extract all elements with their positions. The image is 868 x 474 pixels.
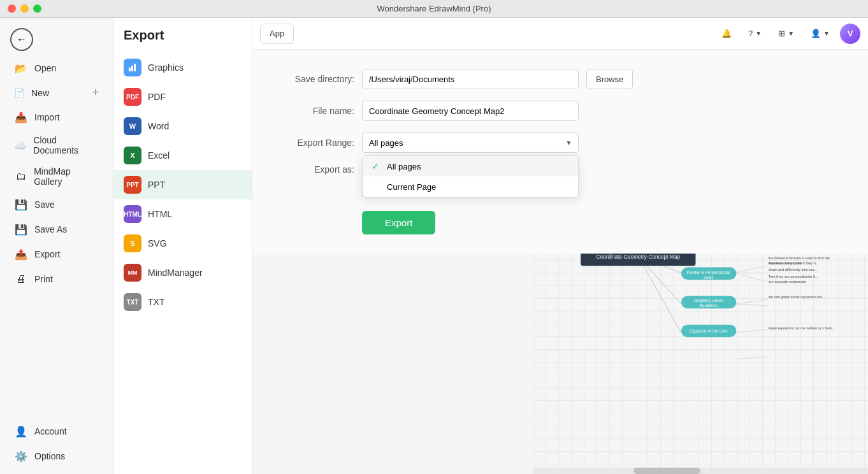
grid-chevron: ▼: [788, 30, 794, 37]
user-chevron: ▼: [823, 30, 830, 37]
svg-line-9: [638, 256, 681, 333]
svg-text:are opposite reciprocals: are opposite reciprocals: [769, 280, 807, 284]
export-label-mindmanager: MindManager: [148, 268, 203, 278]
window-controls: [8, 4, 41, 13]
browse-button[interactable]: Browse: [586, 69, 633, 89]
svg-text:Equation of the Line: Equation of the Line: [690, 329, 728, 334]
avatar: V: [840, 24, 860, 44]
export-range-dropdown[interactable]: All pages ▼ ✓ All pages ✓ Current Page: [362, 133, 579, 153]
export-range-popup: ✓ All pages ✓ Current Page: [362, 155, 579, 198]
sidebar-item-print[interactable]: 🖨 Print: [4, 267, 109, 291]
sidebar-item-import[interactable]: 📥 Import: [4, 105, 109, 129]
sidebar-label-cloud: Cloud Documents: [33, 135, 99, 155]
export-item-word[interactable]: W Word: [113, 111, 252, 141]
file-name-row: File name:: [278, 101, 843, 121]
sidebar-item-options[interactable]: ⚙️ Options: [4, 444, 109, 468]
export-item-html[interactable]: HTML HTML: [113, 199, 252, 229]
back-button[interactable]: ←: [10, 28, 33, 51]
grid-button[interactable]: ⊞ ▼: [772, 24, 800, 44]
export-item-excel[interactable]: X Excel: [113, 141, 252, 170]
graphics-icon: [124, 59, 141, 76]
svg-text:Two lines are parallel if they: Two lines are parallel if they h...: [769, 261, 819, 265]
sidebar-label-saveas: Save As: [34, 224, 67, 234]
export-as-label: Export as:: [278, 164, 354, 175]
minimize-button[interactable]: [20, 4, 29, 13]
notification-button[interactable]: 🔔: [715, 24, 738, 44]
svg-text:linear equations can be writte: linear equations can be written in 3 for…: [769, 326, 835, 330]
export-label-svg: SVG: [148, 238, 167, 248]
export-form: Save directory: Browse File name: Export…: [252, 50, 868, 254]
save-directory-row: Save directory: Browse: [278, 69, 843, 89]
notification-icon: 🔔: [721, 29, 732, 38]
sidebar: ← 📂 Open 📄 New + 📥 Import: [0, 18, 113, 474]
file-name-input[interactable]: [362, 101, 579, 121]
svg-line-22: [734, 299, 768, 305]
sidebar-item-open[interactable]: 📂 Open: [4, 56, 109, 80]
svg-rect-1: [131, 66, 133, 71]
export-item-txt[interactable]: TXT TXT: [113, 287, 252, 317]
user-button[interactable]: 👤 ▼: [804, 24, 836, 44]
sidebar-item-cloud[interactable]: ☁️ Cloud Documents: [4, 130, 109, 161]
svg-line-19: [734, 266, 768, 273]
new-item-left: 📄 New: [14, 88, 49, 98]
mindmanager-icon: MM: [124, 264, 141, 282]
sidebar-item-gallery[interactable]: 🗂 MindMap Gallery: [4, 161, 109, 192]
export-range-value: All pages: [369, 138, 403, 148]
export-button[interactable]: Export: [362, 211, 435, 234]
svg-text:Equations: Equations: [700, 303, 718, 308]
svg-text:Coordinate-Geometry-Concept-Ma: Coordinate-Geometry-Concept-Map: [597, 254, 681, 260]
print-icon: 🖨: [14, 272, 28, 286]
svg-line-23: [734, 304, 768, 305]
option-current-page[interactable]: ✓ Current Page: [363, 176, 578, 197]
option-current-page-label: Current Page: [387, 182, 436, 192]
sidebar-item-saveas[interactable]: 💾 Save As: [4, 217, 109, 241]
svg-line-24: [734, 329, 768, 333]
top-toolbar: App 🔔 ? ▼ ⊞ ▼ 👤 ▼ V: [252, 18, 868, 50]
svg-rect-0: [129, 68, 131, 71]
sidebar-label-print: Print: [34, 274, 53, 284]
export-label-html: HTML: [148, 209, 172, 219]
help-chevron: ▼: [755, 30, 762, 37]
save-directory-input[interactable]: [362, 69, 579, 89]
svg-text:Two lines are perpendicular if: Two lines are perpendicular if...: [769, 275, 818, 278]
export-label-txt: TXT: [148, 297, 164, 307]
check-icon-empty: ✓: [372, 182, 382, 192]
export-item-mindmanager[interactable]: MM MindManager: [113, 258, 252, 287]
export-item-graphics[interactable]: Graphics: [113, 53, 252, 82]
sidebar-label-import: Import: [34, 112, 60, 122]
file-name-label: File name:: [278, 106, 354, 116]
export-item-ppt[interactable]: PPT PPT: [113, 170, 252, 199]
options-icon: ⚙️: [14, 449, 28, 463]
sidebar-item-new[interactable]: 📄 New +: [4, 81, 109, 104]
export-item-svg[interactable]: S SVG: [113, 229, 252, 258]
export-range-label: Export Range:: [278, 138, 354, 148]
svg-text:we can graph linear equations : we can graph linear equations usi...: [768, 295, 825, 299]
grid-icon: ⊞: [778, 29, 785, 38]
maximize-button[interactable]: [33, 4, 41, 13]
sidebar-item-save[interactable]: 💾 Save: [4, 192, 109, 217]
new-add-icon[interactable]: +: [92, 86, 99, 99]
svg-line-25: [734, 357, 768, 359]
export-label-pdf: PDF: [148, 92, 166, 102]
ppt-icon: PPT: [124, 176, 141, 194]
sidebar-label-options: Options: [34, 451, 65, 461]
export-range-select[interactable]: All pages: [362, 133, 579, 153]
option-all-pages[interactable]: ✓ All pages: [363, 156, 578, 176]
scroll-thumb[interactable]: [633, 468, 700, 474]
export-label-word: Word: [148, 121, 169, 131]
sidebar-item-account[interactable]: 👤 Account: [4, 419, 109, 443]
scroll-bar[interactable]: [533, 468, 868, 474]
help-icon: ?: [748, 29, 753, 38]
svg-text:slope and differently intercep: slope and differently intercep...: [769, 268, 818, 271]
svg-text:Lines: Lines: [704, 275, 713, 280]
close-button[interactable]: [8, 4, 16, 13]
save-directory-label: Save directory:: [278, 74, 354, 84]
svg-rect-2: [134, 64, 136, 71]
svg-line-21: [734, 273, 768, 282]
help-button[interactable]: ? ▼: [742, 24, 768, 44]
export-label-graphics: Graphics: [148, 62, 184, 73]
export-item-pdf[interactable]: PDF PDF: [113, 82, 252, 111]
html-icon: HTML: [124, 205, 141, 223]
sidebar-item-export[interactable]: 📤 Export: [4, 242, 109, 266]
app-button[interactable]: App: [260, 24, 294, 44]
